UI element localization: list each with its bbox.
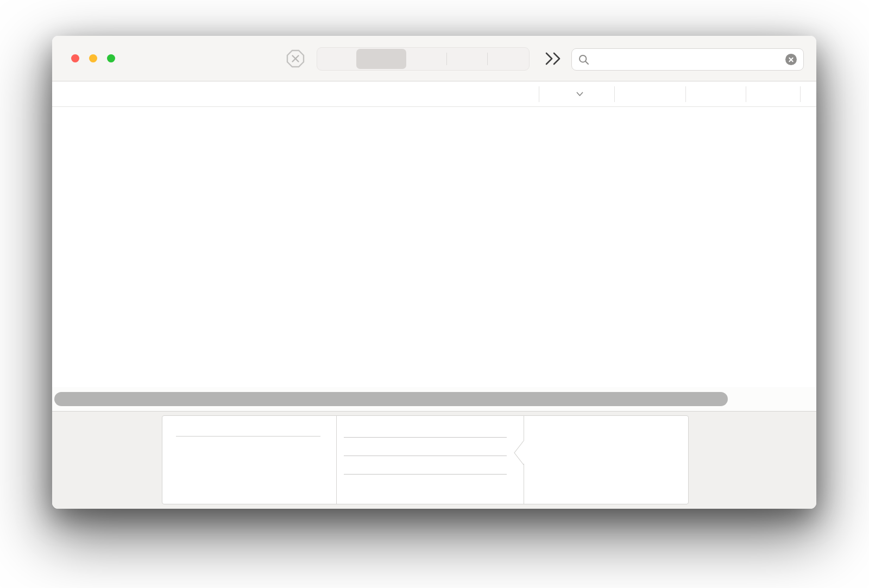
octagon-x-stop-icon [286,49,305,68]
column-header-process-name[interactable] [52,81,539,106]
column-header-pid[interactable] [746,81,800,106]
process-name-cell [99,107,586,130]
minimize-window-button[interactable] [89,54,97,62]
memory-pressure-chart [162,436,334,504]
memory-pressure-section [162,416,337,504]
horizontal-scrollbar [52,387,816,411]
user-cell-clipped [800,107,816,130]
column-header-ports[interactable] [685,81,746,106]
memory-stats-footer [52,411,816,509]
magnifier-icon [578,54,589,65]
stats-box [162,415,689,504]
table-rows [52,107,816,387]
table-header [52,81,816,107]
table-row-windowserver[interactable] [52,107,816,130]
horizontal-scrollbar-thumb[interactable] [54,392,728,406]
desktop [0,0,869,588]
titlebar [52,36,816,81]
tab-memory[interactable] [356,49,406,69]
zoom-window-button[interactable] [107,54,115,62]
memory-summary-left [337,416,524,504]
toolbar-overflow-button[interactable] [544,52,563,67]
threads-cell [614,107,685,130]
chevron-down-icon [576,92,583,97]
column-divider[interactable] [800,86,801,102]
callout-arrow-icon [512,440,525,466]
column-header-threads[interactable] [614,81,685,106]
tab-network[interactable] [488,49,528,69]
search-field[interactable] [571,48,804,71]
ports-cell [685,107,746,130]
column-header-memory[interactable] [539,81,614,106]
memory-summary-right [524,416,689,504]
tab-cpu[interactable] [318,49,356,69]
activity-monitor-window [52,36,816,509]
clear-search-button[interactable] [785,54,797,65]
pid-cell [746,107,800,130]
search-input[interactable] [594,53,785,66]
tab-disk[interactable] [447,49,487,69]
view-tabs [317,47,530,71]
tab-energy[interactable] [406,49,446,69]
memory-cell [539,107,614,130]
double-chevron-right-icon [544,52,563,66]
close-window-button[interactable] [71,54,79,62]
stop-process-button[interactable] [286,49,305,68]
